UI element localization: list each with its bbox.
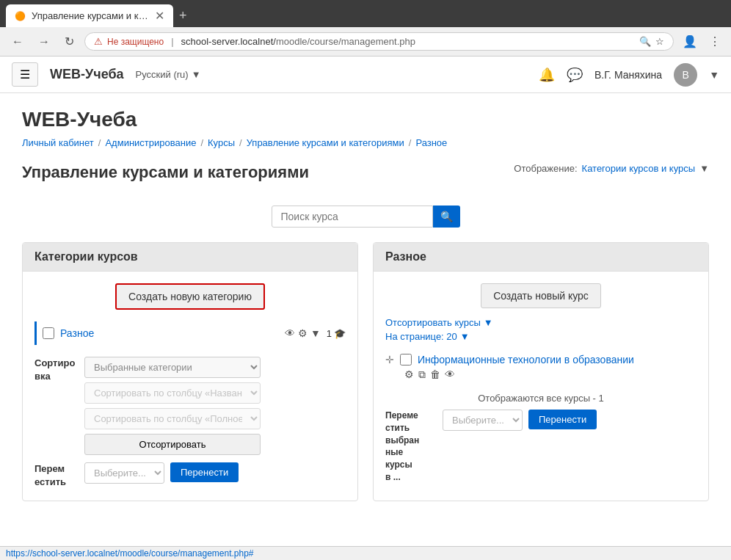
category-name-link[interactable]: Разное bbox=[60, 327, 279, 339]
moodle-header: ☰ WEB-Учеба Русский (ru) ▼ 🔔 💬 В.Г. Маня… bbox=[0, 57, 731, 93]
category-row: Разное 👁 ⚙ ▼ 1 🎓 bbox=[34, 321, 346, 345]
breadcrumb-courses[interactable]: Курсы bbox=[208, 137, 235, 148]
user-name[interactable]: В.Г. Маняхина bbox=[594, 69, 662, 81]
header-right: 🔔 💬 В.Г. Маняхина В ▼ bbox=[539, 63, 719, 87]
url-separator: | bbox=[171, 36, 173, 47]
search-button[interactable]: 🔍 bbox=[433, 206, 460, 228]
page-site-title: WEB-Учеба bbox=[22, 108, 709, 131]
breadcrumb-sep-4: / bbox=[409, 137, 412, 148]
management-title: Управление курсами и категориями bbox=[22, 163, 309, 182]
sort-label: Сортировка bbox=[34, 357, 79, 383]
sort-courses-dropdown-icon: ▼ bbox=[484, 317, 493, 328]
avatar[interactable]: В bbox=[674, 63, 697, 87]
course-item: ✛ Информационные технологии в образовани… bbox=[385, 354, 697, 366]
address-search-icon: 🔍 bbox=[639, 36, 651, 47]
nav-bar: ← → ↻ ⚠ Не защищено | school-server.loca… bbox=[0, 27, 731, 57]
breadcrumb-sep-2: / bbox=[200, 137, 203, 148]
course-actions: ⚙ ⧉ 🗑 👁 bbox=[404, 368, 697, 381]
categories-panel-header: Категории курсов bbox=[23, 243, 357, 272]
course-eye-icon[interactable]: 👁 bbox=[445, 368, 455, 381]
display-selector: Отображение: Категории курсов и курсы ▼ bbox=[514, 163, 709, 174]
address-star-icon: ☆ bbox=[655, 36, 664, 47]
breadcrumb-home[interactable]: Личный кабинет bbox=[22, 137, 94, 148]
display-value-link[interactable]: Категории курсов и курсы bbox=[582, 163, 696, 174]
search-bar: 🔍 bbox=[22, 206, 709, 228]
sort-col1-select[interactable]: Сортировать по столбцу «Название кате bbox=[84, 382, 261, 404]
sort-col2-select[interactable]: Сортировать по столбцу «Полное назва» bbox=[84, 408, 261, 429]
sort-button[interactable]: Отсортировать bbox=[84, 434, 261, 455]
display-label: Отображение: bbox=[514, 163, 577, 174]
security-warning-icon: ⚠ bbox=[94, 36, 103, 47]
breadcrumb-sep-1: / bbox=[98, 137, 101, 148]
move-courses-button[interactable]: Перенести bbox=[528, 410, 597, 429]
eye-icon[interactable]: 👁 bbox=[285, 327, 295, 339]
categories-panel: Категории курсов Создать новую категорию… bbox=[22, 242, 358, 501]
graduation-icon: 🎓 bbox=[334, 328, 346, 339]
move-category-select[interactable]: Выберите... bbox=[84, 462, 164, 484]
tab-favicon: 🟠 bbox=[15, 11, 26, 21]
chat-icon[interactable]: 💬 bbox=[567, 67, 583, 83]
per-page-link[interactable]: На странице: 20 ▼ bbox=[385, 331, 697, 342]
security-warning-text: Не защищено bbox=[107, 37, 164, 47]
display-dropdown-icon[interactable]: ▼ bbox=[699, 163, 709, 174]
create-category-button[interactable]: Создать новую категорию bbox=[115, 283, 265, 310]
forward-button[interactable]: → bbox=[34, 32, 54, 51]
course-checkbox[interactable] bbox=[400, 354, 412, 366]
refresh-button[interactable]: ↻ bbox=[60, 32, 79, 51]
breadcrumb-current: Разное bbox=[415, 137, 447, 148]
sort-type-select[interactable]: Выбранные категории bbox=[84, 357, 261, 378]
browser-menu-button[interactable]: ⋮ bbox=[706, 32, 724, 51]
search-input[interactable] bbox=[272, 206, 433, 228]
nav-icons: 👤 ⋮ bbox=[680, 32, 724, 51]
course-delete-icon[interactable]: 🗑 bbox=[430, 368, 440, 381]
tab-close-button[interactable]: ✕ bbox=[155, 9, 164, 23]
course-name-link[interactable]: Информационные технологии в образовании bbox=[418, 354, 634, 366]
two-column-layout: Категории курсов Создать новую категорию… bbox=[22, 242, 709, 501]
drag-handle[interactable]: ✛ bbox=[385, 354, 394, 366]
courses-panel-header: Разное bbox=[374, 243, 708, 272]
sort-controls: Выбранные категории Сортировать по столб… bbox=[84, 357, 261, 455]
per-page-dropdown-icon: ▼ bbox=[460, 331, 470, 342]
hamburger-button[interactable]: ☰ bbox=[12, 62, 38, 87]
move-label: Переместить bbox=[34, 462, 79, 489]
tab-bar: 🟠 Управление курсами и кате... ✕ + bbox=[0, 0, 731, 27]
site-title-header: WEB-Учеба bbox=[50, 67, 124, 82]
move-courses-select[interactable]: Выберите... bbox=[443, 410, 523, 431]
browser-account-button[interactable]: 👤 bbox=[680, 32, 700, 51]
breadcrumb-admin[interactable]: Администрирование bbox=[105, 137, 196, 148]
courses-panel-body: Создать новый курс Отсортировать курсы ▼… bbox=[374, 272, 708, 495]
course-copy-icon[interactable]: ⧉ bbox=[418, 368, 426, 381]
breadcrumb-sep-3: / bbox=[239, 137, 242, 148]
move-courses-label: Переместитьвыбранныекурсыв ... bbox=[385, 410, 437, 484]
move-category-button[interactable]: Перенести bbox=[170, 462, 239, 482]
category-count: 1 🎓 bbox=[327, 328, 346, 339]
user-dropdown-icon[interactable]: ▼ bbox=[709, 69, 719, 81]
sort-courses-link[interactable]: Отсортировать курсы ▼ bbox=[385, 317, 697, 328]
back-button[interactable]: ← bbox=[7, 32, 28, 51]
address-bar[interactable]: ⚠ Не защищено | school-server.localnet/m… bbox=[84, 32, 674, 51]
language-selector[interactable]: Русский (ru) ▼ bbox=[136, 69, 201, 80]
breadcrumb: Личный кабинет / Администрирование / Кур… bbox=[22, 137, 709, 148]
courses-count: Отображаются все курсы - 1 bbox=[385, 393, 697, 404]
dropdown-icon[interactable]: ▼ bbox=[310, 327, 321, 339]
gear-icon[interactable]: ⚙ bbox=[298, 327, 308, 339]
courses-panel: Разное Создать новый курс Отсортировать … bbox=[373, 242, 709, 501]
sort-row-main: Сортировка Выбранные категории Сортирова… bbox=[34, 357, 346, 455]
move-courses-section: Переместитьвыбранныекурсыв ... Выберите.… bbox=[385, 410, 697, 484]
sort-section: Сортировка Выбранные категории Сортирова… bbox=[34, 357, 346, 455]
browser-chrome: 🟠 Управление курсами и кате... ✕ + ← → ↻… bbox=[0, 0, 731, 57]
move-section: Переместить Выберите... Перенести bbox=[34, 462, 346, 489]
tab-title: Управление курсами и кате... bbox=[32, 10, 149, 21]
course-settings-icon[interactable]: ⚙ bbox=[404, 368, 414, 381]
categories-panel-body: Создать новую категорию Разное 👁 ⚙ ▼ 1 🎓 bbox=[23, 272, 357, 501]
create-course-button[interactable]: Создать новый курс bbox=[481, 283, 601, 308]
active-tab[interactable]: 🟠 Управление курсами и кате... ✕ bbox=[6, 4, 173, 27]
notification-bell-icon[interactable]: 🔔 bbox=[539, 67, 555, 83]
new-tab-button[interactable]: + bbox=[173, 8, 193, 23]
category-checkbox[interactable] bbox=[43, 327, 54, 339]
url-scheme: school-server.localnet/ bbox=[181, 36, 276, 47]
category-icons: 👁 ⚙ ▼ bbox=[285, 327, 321, 339]
management-header: Управление курсами и категориями Отображ… bbox=[22, 163, 709, 194]
breadcrumb-management[interactable]: Управление курсами и категориями bbox=[247, 137, 404, 148]
address-url: school-server.localnet/moodle/course/man… bbox=[181, 36, 635, 47]
